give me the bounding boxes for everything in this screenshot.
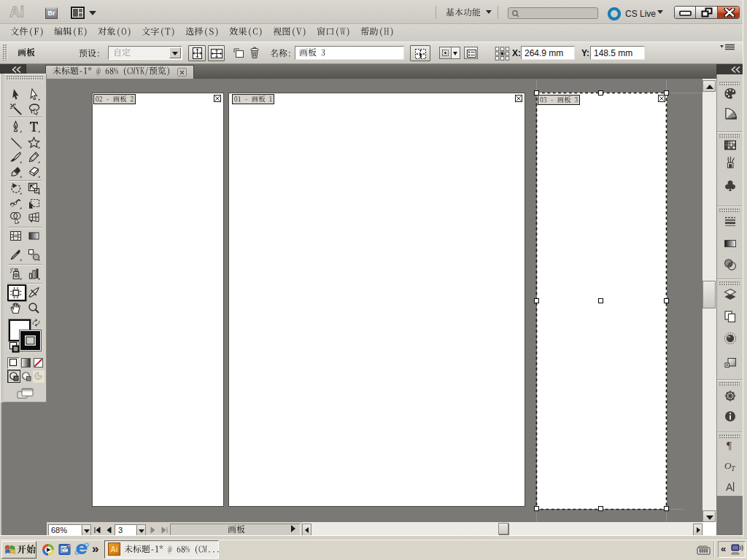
svg-text:T: T bbox=[731, 464, 736, 472]
svg-text:A: A bbox=[726, 481, 733, 493]
svg-text:¶: ¶ bbox=[727, 440, 732, 451]
